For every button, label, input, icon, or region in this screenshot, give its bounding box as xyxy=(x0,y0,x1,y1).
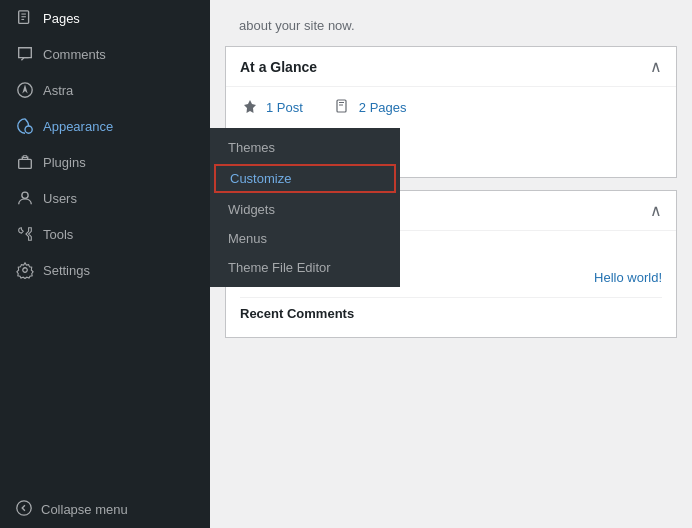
activity-toggle[interactable]: ∧ xyxy=(650,201,662,220)
pages-icon xyxy=(15,8,35,28)
pages-stat[interactable]: 2 Pages xyxy=(333,97,407,117)
at-a-glance-toggle[interactable]: ∧ xyxy=(650,57,662,76)
sidebar-item-plugins-label: Plugins xyxy=(43,155,86,170)
recent-comments-title: Recent Comments xyxy=(240,306,662,321)
submenu-item-menus[interactable]: Menus xyxy=(210,224,400,253)
sidebar-item-comments[interactable]: Comments xyxy=(0,36,210,72)
collapse-icon xyxy=(15,499,33,520)
at-a-glance-title: At a Glance xyxy=(240,59,317,75)
svg-rect-2 xyxy=(21,16,26,17)
pages-stat-label: 2 Pages xyxy=(359,100,407,115)
sidebar-item-pages[interactable]: Pages xyxy=(0,0,210,36)
pin-icon xyxy=(240,97,260,117)
sidebar-item-tools[interactable]: Tools xyxy=(0,216,210,252)
svg-rect-11 xyxy=(337,100,346,112)
tools-icon xyxy=(15,224,35,244)
svg-rect-6 xyxy=(19,159,32,168)
at-a-glance-header: At a Glance ∧ xyxy=(226,47,676,87)
collapse-menu-button[interactable]: Collapse menu xyxy=(0,491,210,528)
submenu-item-widgets[interactable]: Widgets xyxy=(210,195,400,224)
at-glance-stats: 1 Post 2 Pages xyxy=(240,97,662,117)
submenu-item-themes[interactable]: Themes xyxy=(210,133,400,162)
published-post-link[interactable]: Hello world! xyxy=(594,270,662,285)
svg-point-5 xyxy=(25,126,32,133)
svg-rect-12 xyxy=(339,102,344,103)
top-info-text: about your site now. xyxy=(225,10,677,46)
svg-rect-13 xyxy=(339,105,343,106)
pages-stat-icon xyxy=(333,97,353,117)
sidebar-item-plugins[interactable]: Plugins xyxy=(0,144,210,180)
collapse-menu-label: Collapse menu xyxy=(41,502,128,517)
users-icon xyxy=(15,188,35,208)
sidebar-item-comments-label: Comments xyxy=(43,47,106,62)
sidebar-item-appearance[interactable]: Appearance xyxy=(0,108,210,144)
svg-point-10 xyxy=(17,501,31,515)
sidebar-item-settings-label: Settings xyxy=(43,263,90,278)
submenu-item-theme-file-editor[interactable]: Theme File Editor xyxy=(210,253,400,282)
comments-icon xyxy=(15,44,35,64)
svg-rect-7 xyxy=(23,156,27,158)
appearance-icon xyxy=(15,116,35,136)
sidebar-item-appearance-label: Appearance xyxy=(43,119,113,134)
sidebar-item-astra-label: Astra xyxy=(43,83,73,98)
sidebar-item-users-label: Users xyxy=(43,191,77,206)
svg-point-9 xyxy=(23,268,28,273)
sidebar-item-astra[interactable]: Astra xyxy=(0,72,210,108)
posts-stat-label: 1 Post xyxy=(266,100,303,115)
settings-icon xyxy=(15,260,35,280)
posts-stat[interactable]: 1 Post xyxy=(240,97,303,117)
appearance-submenu: Themes Customize Widgets Menus Theme Fil… xyxy=(210,128,400,287)
sidebar-item-settings[interactable]: Settings xyxy=(0,252,210,288)
activity-divider xyxy=(240,297,662,298)
svg-point-8 xyxy=(22,192,28,198)
astra-icon xyxy=(15,80,35,100)
sidebar: Pages Comments Astra Appearance Plugins … xyxy=(0,0,210,528)
svg-rect-1 xyxy=(21,14,26,15)
plugins-icon xyxy=(15,152,35,172)
sidebar-item-pages-label: Pages xyxy=(43,11,80,26)
svg-rect-3 xyxy=(21,19,24,20)
recent-comments-section: Recent Comments xyxy=(240,306,662,321)
sidebar-item-users[interactable]: Users xyxy=(0,180,210,216)
submenu-item-customize[interactable]: Customize xyxy=(214,164,396,193)
sidebar-item-tools-label: Tools xyxy=(43,227,73,242)
